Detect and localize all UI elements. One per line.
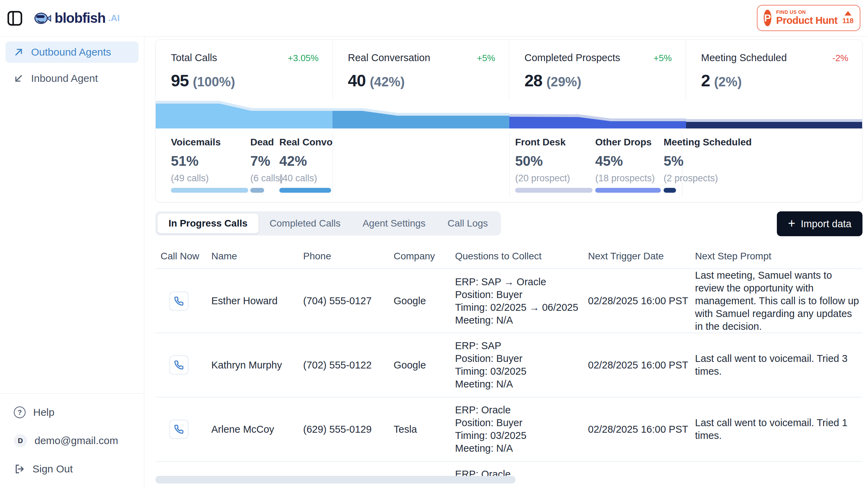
call-now-button[interactable] — [169, 355, 189, 375]
funnel-segment-meeting-scheduled — [686, 122, 862, 128]
breakdown-bar — [279, 188, 331, 193]
col-name: Name — [211, 251, 303, 262]
stat-share: (2%) — [714, 75, 742, 89]
arrow-down-left-icon — [14, 74, 23, 83]
stat-label: Meeting Scheduled — [701, 52, 787, 64]
call-now-button[interactable] — [169, 291, 189, 311]
cell-next-trigger: 02/28/2025 16:00 PST — [588, 295, 695, 307]
stat-completed-prospects: Completed Prospects +5% 28 (29%) — [509, 40, 686, 99]
tab-completed-calls[interactable]: Completed Calls — [259, 213, 351, 233]
stat-delta: +5% — [654, 53, 672, 64]
breakdown-other-drops: Other Drops 45% (18 prospects) — [595, 137, 661, 193]
breakdown-pct: 42% — [279, 153, 332, 169]
top-header: blobfish .AI P FIND US ON Product Hunt 1… — [0, 0, 868, 37]
main-content: Total Calls +3.05% 95 (100%) Real Conver… — [144, 37, 868, 489]
help-icon: ? — [14, 406, 26, 418]
breakdown-pct: 5% — [664, 153, 752, 169]
breakdown-label: Other Drops — [595, 137, 661, 148]
table-header-row: Call Now Name Phone Company Questions to… — [155, 244, 862, 268]
avatar: D — [14, 434, 27, 447]
call-now-button[interactable] — [169, 420, 189, 439]
stat-value: 95 — [171, 71, 189, 90]
import-data-button[interactable]: + Import data — [777, 211, 862, 236]
breakdown-note: (40 calls) — [279, 173, 332, 184]
sidebar-item-inbound-agent[interactable]: Inbound Agent — [6, 68, 138, 89]
breakdown-note: (20 prospect) — [515, 173, 592, 184]
breakdown-label: Voicemails — [171, 137, 248, 148]
product-hunt-upvote[interactable]: 118 — [842, 11, 853, 25]
sign-out-label: Sign Out — [32, 463, 73, 475]
tab-in-progress-calls[interactable]: In Progress Calls — [157, 213, 259, 233]
help-button[interactable]: ? Help — [6, 403, 138, 422]
cell-company: Google — [394, 295, 455, 307]
cell-next-step: Last call went to voicemail. Tried 3 tim… — [695, 352, 862, 378]
breakdown-bar — [171, 188, 248, 193]
product-hunt-logo-icon: P — [764, 10, 771, 26]
breakdown-note: (18 prospects) — [595, 173, 661, 184]
sign-out-icon — [14, 463, 25, 474]
account-email: demo@gmail.com — [35, 435, 118, 447]
stat-value: 40 — [348, 71, 366, 90]
account-item[interactable]: D demo@gmail.com — [6, 431, 138, 450]
brand-name: blobfish — [55, 10, 106, 26]
cell-next-step: Last call went to voicemail. Tried 1 tim… — [695, 416, 862, 442]
funnel-chart — [156, 99, 862, 128]
col-next-trigger: Next Trigger Date — [588, 251, 695, 262]
stat-real-conversation: Real Conversation +5% 40 (42%) — [332, 40, 509, 99]
cell-questions: ERP: SAP → Oracle Position: Buyer Timing… — [455, 276, 588, 327]
product-hunt-tagline: FIND US ON — [776, 10, 838, 15]
table-row: Kathryn Murphy (702) 555-0122 Google ERP… — [155, 333, 862, 397]
cell-phone: (629) 555-0129 — [303, 424, 394, 435]
stat-delta: +5% — [477, 53, 495, 64]
cell-next-trigger: 02/28/2025 16:00 PST — [588, 424, 695, 435]
stat-delta: +3.05% — [288, 53, 319, 64]
stat-label: Real Conversation — [348, 52, 431, 64]
breakdown-label: Real Convo — [279, 137, 332, 148]
stat-delta: -2% — [832, 53, 848, 64]
table-row: Esther Howard (704) 555-0127 Google ERP:… — [155, 268, 862, 333]
sign-out-button[interactable]: Sign Out — [6, 459, 138, 479]
breakdown-note: (6 calls) — [250, 173, 283, 184]
plus-icon: + — [788, 217, 795, 230]
breakdown-pct: 7% — [250, 153, 283, 169]
horizontal-scrollbar[interactable] — [155, 476, 515, 483]
sidebar-item-outbound-agents[interactable]: Outbound Agents — [6, 41, 138, 63]
breakdown-front-desk: Front Desk 50% (20 prospect) — [515, 137, 592, 193]
sidebar-toggle-button[interactable] — [7, 10, 23, 26]
stat-label: Completed Prospects — [524, 52, 620, 64]
cell-name: Esther Howard — [211, 295, 303, 307]
brand-suffix: .AI — [108, 13, 120, 23]
breakdown-note: (2 prospects) — [664, 173, 752, 184]
cell-questions: ERP: Oracle Position: Buyer Timing: 03/2… — [455, 404, 588, 455]
cell-company: Google — [394, 359, 455, 371]
cell-next-step: Last meeting, Samuel wants to review the… — [695, 269, 862, 333]
breakdown-bar — [664, 188, 676, 193]
sidebar-footer: ? Help D demo@gmail.com Sign Out — [0, 393, 144, 489]
breakdown-bar — [250, 188, 264, 193]
blobfish-logo[interactable]: blobfish .AI — [34, 10, 120, 26]
funnel-card: Total Calls +3.05% 95 (100%) Real Conver… — [155, 39, 862, 202]
blobfish-fish-icon — [34, 11, 52, 26]
breakdown-pct: 50% — [515, 153, 592, 169]
stat-meeting-scheduled: Meeting Scheduled -2% 2 (2%) — [686, 40, 862, 99]
col-call-now: Call Now — [161, 251, 211, 262]
stat-share: (29%) — [546, 75, 581, 89]
calls-table: Call Now Name Phone Company Questions to… — [155, 244, 862, 489]
tab-bar: In Progress Calls Completed Calls Agent … — [155, 211, 501, 236]
tab-call-logs[interactable]: Call Logs — [436, 213, 499, 233]
funnel-stats-row: Total Calls +3.05% 95 (100%) Real Conver… — [156, 40, 862, 99]
funnel-breakdown: Voicemails 51% (49 calls) Dead 7% (6 cal… — [156, 128, 862, 202]
cell-company: Tesla — [394, 424, 455, 435]
upvote-count: 118 — [842, 17, 853, 25]
product-hunt-badge[interactable]: P FIND US ON Product Hunt 118 — [757, 5, 860, 31]
tab-agent-settings[interactable]: Agent Settings — [351, 213, 436, 233]
breakdown-label: Front Desk — [515, 137, 592, 148]
cell-name: Kathryn Murphy — [211, 359, 303, 371]
stat-value: 28 — [524, 71, 542, 90]
import-data-label: Import data — [801, 218, 851, 230]
breakdown-pct: 45% — [595, 153, 661, 169]
stat-value: 2 — [701, 71, 710, 90]
stat-share: (42%) — [370, 75, 405, 89]
breakdown-real-convo: Real Convo 42% (40 calls) — [279, 137, 332, 193]
breakdown-note: (49 calls) — [171, 173, 248, 184]
